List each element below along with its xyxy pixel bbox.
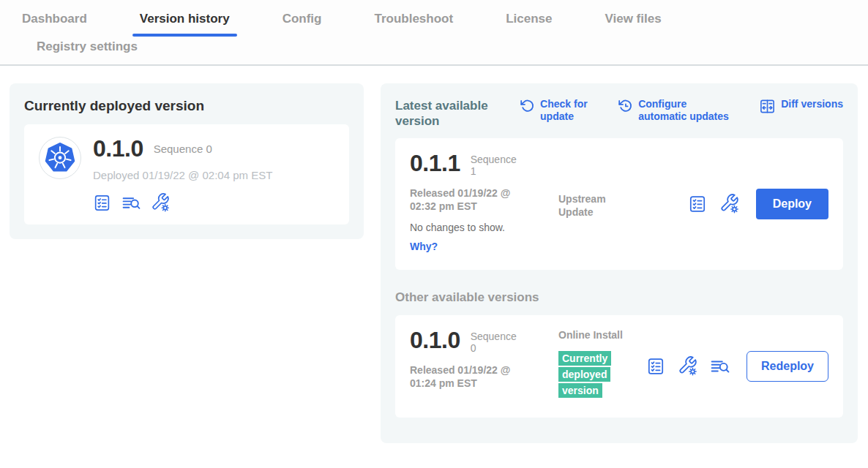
latest-release-card: 0.1.1 Sequence 1 Released 01/19/22 @ 02:…	[395, 138, 843, 270]
latest-release-info: 0.1.1 Sequence 1 Released 01/19/22 @ 02:…	[410, 151, 553, 257]
why-link[interactable]: Why?	[410, 241, 438, 252]
other-release-source: Online Install Currently deployed versio…	[558, 328, 646, 404]
other-release-card: 0.1.0 Sequence 0 Released 01/19/22 @ 01:…	[395, 315, 843, 418]
diff-icon	[759, 98, 776, 115]
diff-versions-link[interactable]: Diff versions	[759, 98, 843, 115]
check-for-update-link[interactable]: Check for update	[520, 98, 596, 123]
latest-sequence-label: Sequence 1	[471, 151, 522, 178]
deployed-version-info: 0.1.0 Sequence 0 Deployed 01/19/22 @ 02:…	[93, 137, 272, 212]
deployed-version-card: 0.1.0 Sequence 0 Deployed 01/19/22 @ 02:…	[24, 124, 349, 224]
config-wrench-icon[interactable]	[678, 356, 697, 376]
deployed-timestamp: Deployed 01/19/22 @ 02:04 pm EST	[93, 169, 272, 181]
preflight-checklist-icon[interactable]	[93, 194, 111, 212]
tab-registry-settings[interactable]: Registry settings	[37, 39, 138, 64]
deploy-logs-icon[interactable]	[710, 357, 730, 376]
other-released-timestamp: Released 01/19/22 @ 01:24 pm EST	[410, 363, 527, 390]
deploy-button[interactable]: Deploy	[756, 189, 828, 219]
main-content: Currently deployed version 0.1.0 Sequenc…	[0, 66, 868, 443]
scheduled-update-icon	[618, 98, 633, 123]
nav-row-primary: Dashboard Version history Config Trouble…	[0, 12, 868, 37]
preflight-checklist-icon[interactable]	[688, 195, 707, 214]
deploy-logs-icon[interactable]	[121, 194, 141, 212]
top-nav: Dashboard Version history Config Trouble…	[0, 0, 868, 66]
tab-license[interactable]: License	[506, 12, 552, 37]
tab-troubleshoot[interactable]: Troubleshoot	[374, 12, 453, 37]
preflight-checklist-icon[interactable]	[646, 357, 665, 376]
tab-dashboard[interactable]: Dashboard	[22, 12, 87, 37]
latest-available-title: Latest available version	[395, 98, 498, 129]
nav-row-secondary: Registry settings	[0, 39, 868, 64]
kubernetes-logo	[39, 137, 81, 179]
deployed-sequence-label: Sequence 0	[154, 143, 212, 155]
tab-config[interactable]: Config	[283, 12, 322, 37]
deployed-version-number: 0.1.0	[93, 137, 143, 160]
deployed-actions	[93, 193, 272, 212]
other-release-actions: Redeploy	[646, 351, 828, 382]
configure-automatic-updates-link[interactable]: Configure automatic updates	[618, 98, 737, 123]
other-version-number: 0.1.0	[410, 328, 460, 352]
redeploy-button[interactable]: Redeploy	[747, 351, 828, 382]
currently-deployed-panel: Currently deployed version 0.1.0 Sequenc…	[10, 83, 364, 239]
currently-deployed-title: Currently deployed version	[24, 98, 349, 114]
other-release-info: 0.1.0 Sequence 0 Released 01/19/22 @ 01:…	[410, 328, 553, 404]
latest-released-timestamp: Released 01/19/22 @ 02:32 pm EST	[410, 186, 527, 213]
changelog-text: No changes to show.	[410, 222, 553, 233]
config-wrench-icon[interactable]	[151, 193, 170, 212]
tab-version-history[interactable]: Version history	[140, 12, 230, 37]
latest-release-source: Upstream Update	[558, 151, 646, 257]
latest-available-panel: Latest available version Check for updat…	[381, 83, 858, 443]
refresh-arrow-icon	[520, 98, 535, 123]
latest-release-actions: Deploy	[688, 189, 828, 219]
currently-deployed-badge: Currently deployed version	[558, 350, 618, 399]
latest-version-number: 0.1.1	[410, 151, 460, 175]
latest-available-header: Latest available version Check for updat…	[395, 98, 843, 129]
tab-view-files[interactable]: View files	[605, 12, 661, 37]
other-sequence-label: Sequence 0	[471, 328, 522, 355]
other-versions-title: Other available versions	[395, 290, 843, 305]
config-wrench-icon[interactable]	[719, 194, 739, 214]
